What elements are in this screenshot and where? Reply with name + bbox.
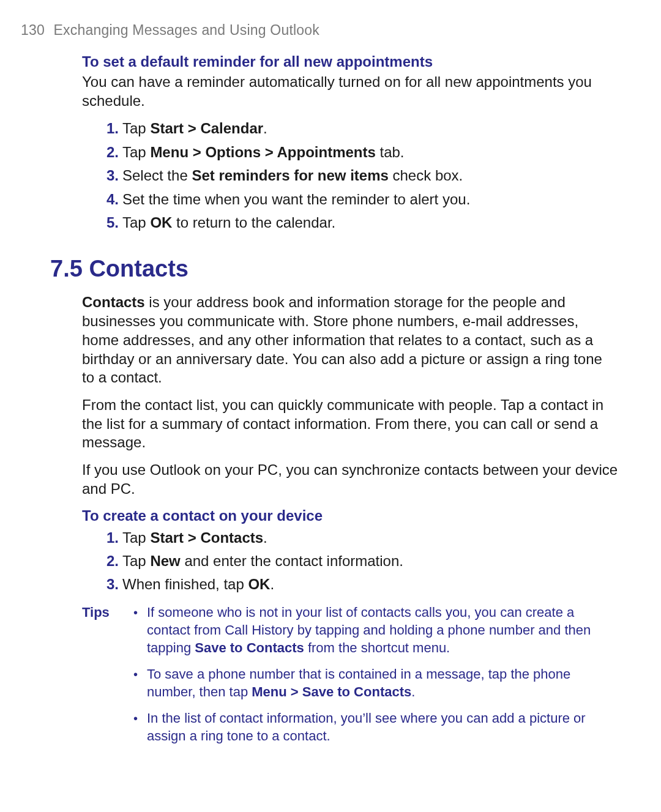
list-item: 2. Tap Menu > Options > Appointments tab… bbox=[100, 143, 618, 162]
step-number: 5. bbox=[100, 213, 119, 233]
paragraph: If you use Outlook on your PC, you can s… bbox=[82, 461, 618, 498]
tip-text: In the list of contact information, you’… bbox=[147, 710, 586, 743]
tips-list: • If someone who is not in your list of … bbox=[132, 603, 618, 753]
running-header: 130 Exchanging Messages and Using Outloo… bbox=[21, 22, 618, 39]
list-item: 3. Select the Set reminders for new item… bbox=[100, 166, 618, 185]
list-item: 5. Tap OK to return to the calendar. bbox=[100, 213, 618, 233]
list-item: • In the list of contact information, yo… bbox=[132, 709, 618, 745]
list-item: 1. Tap Start > Calendar. bbox=[100, 119, 618, 138]
contacts-content: Contacts is your address book and inform… bbox=[82, 293, 618, 753]
body-content: To set a default reminder for all new ap… bbox=[82, 53, 618, 233]
step-number: 1. bbox=[100, 528, 119, 548]
bullet-icon: • bbox=[133, 710, 138, 726]
page-number: 130 bbox=[21, 22, 45, 38]
lead-word: Contacts bbox=[82, 294, 145, 310]
procedure-intro: You can have a reminder automatically tu… bbox=[82, 73, 618, 110]
document-page: 130 Exchanging Messages and Using Outloo… bbox=[0, 0, 661, 812]
running-title: Exchanging Messages and Using Outlook bbox=[54, 22, 319, 38]
list-item: • If someone who is not in your list of … bbox=[132, 603, 618, 657]
step-number: 2. bbox=[100, 143, 119, 162]
step-text: Tap New and enter the contact informatio… bbox=[122, 553, 403, 569]
tip-text: If someone who is not in your list of co… bbox=[147, 605, 591, 655]
paragraph: Contacts is your address book and inform… bbox=[82, 293, 618, 387]
section-heading: 7.5 Contacts bbox=[50, 256, 618, 282]
create-steps: 1. Tap Start > Contacts. 2. Tap New and … bbox=[100, 528, 618, 595]
tips-label: Tips bbox=[82, 603, 132, 753]
step-text: When finished, tap OK. bbox=[122, 576, 274, 592]
procedure-reminder: To set a default reminder for all new ap… bbox=[82, 53, 618, 233]
list-item: 3. When finished, tap OK. bbox=[100, 575, 618, 594]
paragraph: From the contact list, you can quickly c… bbox=[82, 396, 618, 452]
procedure-title: To create a contact on your device bbox=[82, 507, 618, 524]
list-item: • To save a phone number that is contain… bbox=[132, 665, 618, 701]
step-text: Tap Menu > Options > Appointments tab. bbox=[122, 144, 405, 160]
step-number: 3. bbox=[100, 166, 119, 185]
step-number: 2. bbox=[100, 551, 119, 571]
bullet-icon: • bbox=[133, 605, 138, 620]
tip-text: To save a phone number that is contained… bbox=[147, 666, 570, 699]
step-text: Set the time when you want the reminder … bbox=[122, 191, 470, 207]
step-text: Tap OK to return to the calendar. bbox=[122, 214, 335, 231]
step-text: Select the Set reminders for new items c… bbox=[122, 167, 463, 184]
reminder-steps: 1. Tap Start > Calendar. 2. Tap Menu > O… bbox=[100, 119, 618, 233]
section-heading-wrap: 7.5 Contacts bbox=[50, 256, 618, 282]
step-number: 4. bbox=[100, 190, 119, 209]
step-number: 1. bbox=[100, 119, 119, 138]
tips-block: Tips • If someone who is not in your lis… bbox=[82, 603, 618, 753]
list-item: 2. Tap New and enter the contact informa… bbox=[100, 551, 618, 571]
step-text: Tap Start > Calendar. bbox=[122, 120, 267, 136]
step-text: Tap Start > Contacts. bbox=[122, 529, 267, 546]
procedure-title: To set a default reminder for all new ap… bbox=[82, 53, 618, 70]
list-item: 1. Tap Start > Contacts. bbox=[100, 528, 618, 548]
procedure-create-contact: To create a contact on your device 1. Ta… bbox=[82, 507, 618, 595]
step-number: 3. bbox=[100, 575, 119, 594]
list-item: 4. Set the time when you want the remind… bbox=[100, 190, 618, 209]
bullet-icon: • bbox=[133, 666, 138, 682]
